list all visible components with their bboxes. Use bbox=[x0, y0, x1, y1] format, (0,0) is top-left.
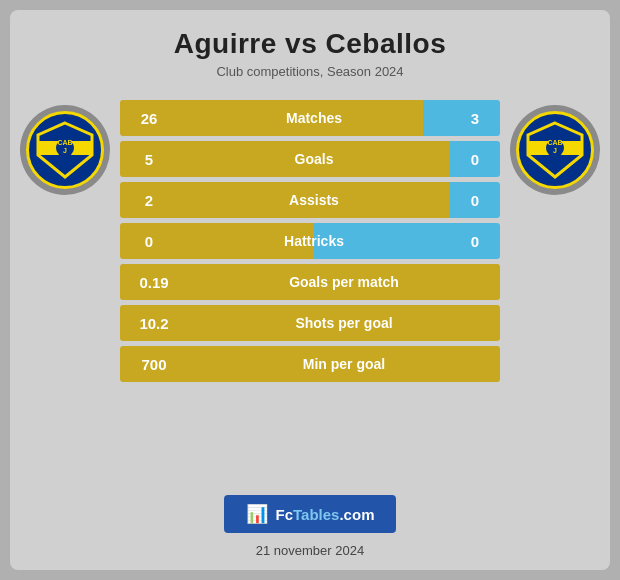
stat-label-hattricks: Hattricks bbox=[284, 233, 344, 249]
left-value-matches: 26 bbox=[120, 100, 178, 136]
right-value-assists: 0 bbox=[450, 182, 500, 218]
center-bar-goals: Goals bbox=[178, 141, 450, 177]
svg-point-2 bbox=[56, 139, 74, 157]
right-value-matches: 3 bbox=[450, 100, 500, 136]
stat-rows-container: 26Matches35Goals02Assists00Hattricks00.1… bbox=[120, 95, 500, 382]
right-value-hattricks: 0 bbox=[450, 223, 500, 259]
svg-rect-1 bbox=[38, 141, 92, 155]
page-title: Aguirre vs Ceballos bbox=[174, 28, 446, 60]
left-shield-svg: CAB J bbox=[34, 119, 96, 181]
fctables-text: FcTables.com bbox=[276, 506, 375, 523]
comparison-card: Aguirre vs Ceballos Club competitions, S… bbox=[10, 10, 610, 570]
left-club-logo: CAB J bbox=[20, 105, 110, 195]
right-value-goals: 0 bbox=[450, 141, 500, 177]
label-min-per-goal: Min per goal bbox=[188, 346, 500, 382]
stat-label-matches: Matches bbox=[286, 110, 342, 126]
value-goals-per-match: 0.19 bbox=[120, 264, 188, 300]
stat-label-goals: Goals bbox=[295, 151, 334, 167]
stat-row-hattricks: 0Hattricks0 bbox=[120, 223, 500, 259]
stat-row-assists: 2Assists0 bbox=[120, 182, 500, 218]
center-bar-assists: Assists bbox=[178, 182, 450, 218]
footer-date: 21 november 2024 bbox=[256, 543, 364, 558]
stat-row-goals: 5Goals0 bbox=[120, 141, 500, 177]
svg-point-7 bbox=[546, 139, 564, 157]
svg-text:J: J bbox=[63, 147, 67, 154]
fctables-banner[interactable]: 📊 FcTables.com bbox=[224, 495, 397, 533]
svg-marker-5 bbox=[528, 123, 582, 177]
left-value-goals: 5 bbox=[120, 141, 178, 177]
label-shots-per-goal: Shots per goal bbox=[188, 305, 500, 341]
stat-row-goals-per-match: 0.19Goals per match bbox=[120, 264, 500, 300]
svg-rect-6 bbox=[528, 141, 582, 155]
value-min-per-goal: 700 bbox=[120, 346, 188, 382]
right-shield-svg: CAB J bbox=[524, 119, 586, 181]
left-value-assists: 2 bbox=[120, 182, 178, 218]
label-goals-per-match: Goals per match bbox=[188, 264, 500, 300]
center-bar-matches: Matches bbox=[178, 100, 450, 136]
svg-marker-0 bbox=[38, 123, 92, 177]
fctables-icon: 📊 bbox=[246, 503, 268, 525]
svg-text:J: J bbox=[553, 147, 557, 154]
stat-row-matches: 26Matches3 bbox=[120, 100, 500, 136]
value-shots-per-goal: 10.2 bbox=[120, 305, 188, 341]
stat-row-min-per-goal: 700Min per goal bbox=[120, 346, 500, 382]
page-subtitle: Club competitions, Season 2024 bbox=[216, 64, 403, 79]
svg-text:CAB: CAB bbox=[57, 139, 72, 146]
center-bar-hattricks: Hattricks bbox=[178, 223, 450, 259]
svg-text:CAB: CAB bbox=[547, 139, 562, 146]
stats-section: CAB J CAB J 26Ma bbox=[10, 95, 610, 485]
stat-row-shots-per-goal: 10.2Shots per goal bbox=[120, 305, 500, 341]
left-value-hattricks: 0 bbox=[120, 223, 178, 259]
stat-label-assists: Assists bbox=[289, 192, 339, 208]
right-club-logo: CAB J bbox=[510, 105, 600, 195]
